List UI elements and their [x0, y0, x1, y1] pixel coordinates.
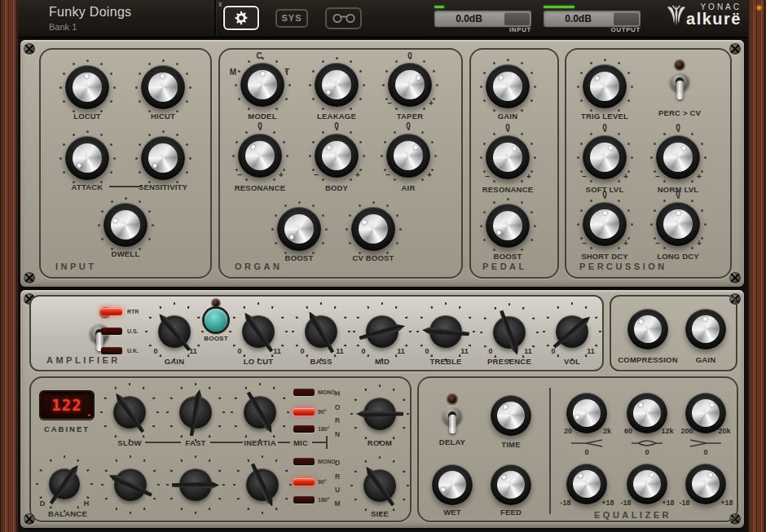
long-dcy-knob[interactable]: [656, 202, 700, 246]
eq-band1-freq-knob[interactable]: [566, 393, 607, 433]
body-knob[interactable]: [315, 134, 359, 178]
pedal-resonance-plus: +: [526, 172, 531, 181]
perc-cv-toggle[interactable]: [668, 72, 691, 104]
knob-indicator: [240, 63, 284, 107]
fast-knob[interactable]: [179, 396, 212, 429]
bell-icon: [630, 438, 664, 448]
equalizer-section-title: EQUALIZER: [594, 510, 671, 520]
bass-knob[interactable]: [305, 315, 337, 348]
feed-label: FEED: [500, 508, 522, 517]
sys-button[interactable]: SYS: [275, 9, 308, 28]
lo-cut-label: LO CUT: [244, 357, 274, 366]
knob-indicator: [268, 198, 330, 260]
header-bar: Funky Doings Bank 1 x SYS 0.0dB INPUT: [18, 0, 748, 38]
air-knob[interactable]: [386, 134, 430, 178]
pedal-resonance-minus: –: [485, 172, 490, 181]
drum-90-button[interactable]: [293, 478, 315, 486]
model-knob[interactable]: [240, 63, 284, 107]
comp-gain-label: GAIN: [696, 355, 716, 364]
size-label: SIZE: [371, 509, 389, 518]
amp-mode-rtr-button[interactable]: [101, 308, 122, 315]
pedal-section-title: PEDAL: [482, 262, 527, 271]
knob-indicator: [482, 387, 539, 444]
knob-pointer: [172, 481, 219, 490]
amp-mode-us-button[interactable]: [101, 328, 122, 335]
size-knob[interactable]: [363, 469, 396, 502]
output-meter-bar[interactable]: 0.0dB: [544, 11, 641, 27]
eq-band1-freq-min: 20: [564, 427, 572, 435]
screw: [24, 272, 35, 284]
amp-boost-label: BOOST: [204, 335, 227, 342]
mid-knob[interactable]: [366, 315, 398, 348]
delay-toggle[interactable]: [441, 406, 464, 438]
drum-180-button[interactable]: [293, 496, 315, 503]
resonance-plus: +: [279, 170, 284, 179]
horn-mono-button[interactable]: [293, 389, 315, 396]
trig-level-knob[interactable]: [583, 64, 627, 108]
norm-lvl-minus: –: [655, 172, 660, 181]
amp-boost-button[interactable]: [205, 309, 227, 332]
attack-knob[interactable]: [65, 136, 109, 180]
lo-cut-knob[interactable]: [242, 315, 275, 348]
compression-knob[interactable]: [627, 309, 668, 350]
vol-knob[interactable]: [556, 315, 588, 348]
amp-mode-uk-button[interactable]: [101, 347, 122, 354]
locut-knob[interactable]: [65, 65, 109, 109]
comp-gain-knob[interactable]: [685, 309, 726, 350]
horn-180-button[interactable]: [293, 425, 315, 433]
balance-knob[interactable]: [49, 468, 80, 499]
pedal-gain-knob[interactable]: [486, 64, 530, 108]
input-meter-bar[interactable]: 0.0dB: [434, 11, 531, 27]
room-knob[interactable]: [363, 398, 396, 430]
pedal-resonance-knob[interactable]: [486, 135, 530, 179]
dwell-knob[interactable]: [103, 203, 147, 247]
inertia-knob[interactable]: [244, 396, 276, 429]
horn-90-button[interactable]: [293, 408, 315, 415]
amp-gain-knob[interactable]: [158, 315, 191, 348]
long-dcy-plus: +: [697, 239, 702, 248]
bank-label[interactable]: Bank 1: [49, 22, 77, 32]
leakage-knob[interactable]: [315, 63, 359, 107]
pedal-section: GAIN 0 – + RESONANCE BOOST PEDAL: [469, 48, 559, 279]
organ-boost-knob[interactable]: [277, 207, 321, 251]
sensitivity-knob[interactable]: [141, 136, 185, 180]
horn-vertical-label: HORN: [333, 387, 341, 441]
treble-knob[interactable]: [429, 315, 462, 348]
knob-indicator: [97, 196, 153, 253]
pedal-boost-knob[interactable]: [486, 204, 530, 248]
settings-button[interactable]: [223, 6, 259, 30]
lo-cut-min: 0: [237, 347, 241, 355]
input-meter-handle[interactable]: [504, 12, 530, 25]
slow-knob[interactable]: [113, 396, 146, 429]
balance-label: BALANCE: [48, 509, 87, 518]
output-meter-handle[interactable]: [614, 12, 639, 25]
presence-knob[interactable]: [493, 316, 526, 349]
wet-knob[interactable]: [432, 464, 473, 505]
percussion-section: TRIG LEVEL PERC > CV 0 – + SOFT LVL 0 – …: [565, 48, 732, 279]
drum-slow-knob[interactable]: [114, 468, 147, 501]
norm-lvl-knob[interactable]: [656, 135, 700, 179]
knob-indicator: [656, 202, 700, 246]
hicut-knob[interactable]: [141, 65, 185, 109]
fast-inertia-link-line: [210, 442, 243, 443]
organ-resonance-knob[interactable]: [238, 134, 282, 178]
recorder-button[interactable]: [325, 7, 362, 29]
drum-fast-knob[interactable]: [179, 468, 212, 501]
input-meter[interactable]: 0.0dB INPUT: [434, 6, 531, 27]
feed-knob[interactable]: [491, 464, 531, 505]
soft-lvl-knob[interactable]: [583, 135, 627, 179]
cv-boost-knob[interactable]: [351, 207, 395, 251]
time-knob[interactable]: [491, 395, 531, 436]
knob-pointer: [107, 471, 153, 499]
high-shelf-icon: [689, 438, 723, 448]
mid-max: 11: [397, 347, 405, 355]
output-meter[interactable]: 0.0dB OUTPUT: [544, 6, 641, 27]
taper-knob[interactable]: [388, 63, 432, 107]
knob-pointer: [47, 462, 81, 506]
preset-name[interactable]: Funky Doings: [49, 5, 131, 20]
cabinet-section-title: CABINET: [44, 424, 90, 433]
cabinet-display[interactable]: 122: [41, 392, 93, 419]
drum-inertia-knob[interactable]: [246, 468, 279, 501]
drum-mono-button[interactable]: [293, 458, 315, 465]
short-dcy-knob[interactable]: [583, 202, 627, 246]
